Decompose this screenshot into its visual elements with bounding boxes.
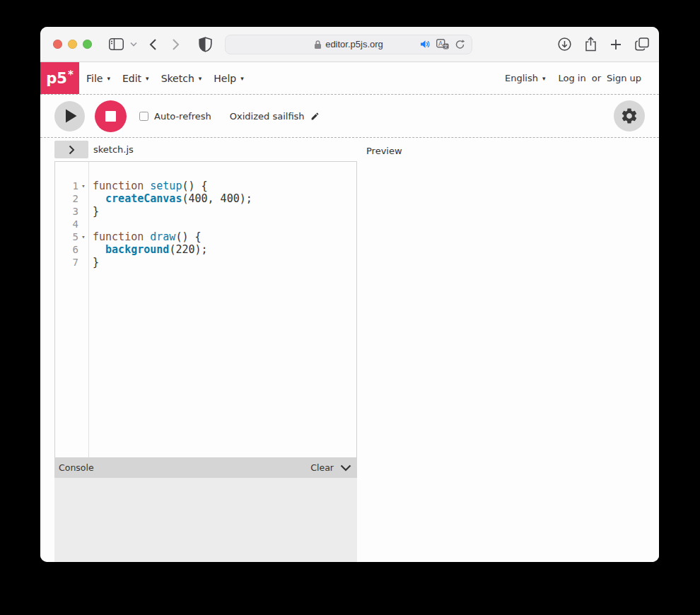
tabs-icon	[635, 37, 649, 51]
desktop-background: editor.p5js.org A 文	[0, 0, 700, 615]
login-link[interactable]: Log in	[559, 73, 586, 83]
play-icon	[65, 109, 77, 123]
stop-button[interactable]	[95, 100, 127, 132]
language-label: English	[505, 73, 538, 83]
downloads-button[interactable]	[558, 37, 571, 51]
sidebar-icon	[109, 38, 124, 50]
line-number: 5	[55, 230, 78, 243]
fold-arrow-icon[interactable]: ▾	[78, 180, 88, 192]
caret-down-icon: ▾	[542, 75, 546, 82]
menu-help-label: Help	[214, 73, 236, 84]
caret-down-icon: ▾	[146, 75, 149, 82]
preview-panel: Preview	[357, 138, 659, 562]
url-text: editor.p5js.org	[325, 39, 383, 49]
lock-icon	[314, 40, 322, 49]
caret-down-icon: ▾	[107, 75, 110, 82]
address-bar[interactable]: editor.p5js.org A 文	[225, 35, 472, 54]
forward-arrow-icon	[172, 38, 180, 51]
gutter-line[interactable]: 1▾	[55, 180, 88, 192]
reload-icon[interactable]	[455, 39, 465, 50]
sidebar-toggle-button[interactable]	[109, 38, 124, 50]
or-text: or	[592, 73, 601, 83]
minimize-window-button[interactable]	[68, 40, 77, 49]
close-window-button[interactable]	[53, 40, 62, 49]
window-controls	[53, 40, 92, 49]
gutter-line[interactable]: 3	[55, 205, 88, 218]
menu-bar: File ▾ Edit ▾ Sketch ▾ Help ▾	[86, 73, 244, 84]
forward-button[interactable]	[172, 38, 180, 51]
console-clear-button[interactable]: Clear	[310, 462, 334, 473]
chevron-right-icon	[69, 145, 75, 155]
line-number: 1	[55, 180, 78, 192]
play-button[interactable]	[54, 101, 85, 131]
new-tab-button[interactable]	[610, 39, 622, 50]
gutter-line[interactable]: 6	[55, 243, 88, 256]
browser-actions	[558, 37, 649, 52]
pencil-icon	[310, 112, 320, 121]
code-line[interactable]: }	[93, 205, 356, 218]
browser-window: editor.p5js.org A 文	[40, 27, 659, 562]
gutter-line[interactable]: 7	[55, 256, 88, 269]
tab-overview-button[interactable]	[635, 37, 649, 51]
audio-playing-icon[interactable]	[420, 40, 431, 49]
p5-nav-bar: p5* File ▾ Edit ▾ Sketch ▾ Help ▾	[40, 62, 659, 95]
back-button[interactable]	[149, 38, 157, 51]
editor-column: sketch.js 1▾2345▾67 function setup() { c…	[54, 138, 357, 562]
share-button[interactable]	[585, 37, 597, 52]
menu-edit-label: Edit	[122, 73, 141, 84]
privacy-report-button[interactable]	[199, 37, 212, 52]
menu-file-label: File	[86, 73, 103, 84]
code-line[interactable]: createCanvas(400, 400);	[93, 192, 356, 205]
code-line[interactable]: function setup() {	[93, 180, 356, 192]
line-number: 7	[55, 256, 78, 269]
fullscreen-window-button[interactable]	[83, 40, 92, 49]
translate-icon[interactable]: A 文	[436, 39, 449, 49]
share-icon	[585, 37, 597, 52]
console-output	[54, 478, 357, 562]
editor-gutter: 1▾2345▾67	[55, 162, 89, 457]
line-number: 6	[55, 243, 78, 256]
edit-sketch-name-button[interactable]	[310, 112, 320, 121]
code-line[interactable]	[93, 218, 356, 230]
menu-edit[interactable]: Edit ▾	[122, 73, 149, 84]
preview-title: Preview	[366, 146, 402, 156]
back-arrow-icon	[149, 38, 157, 51]
p5-logo[interactable]: p5*	[40, 62, 79, 94]
browser-toolbar: editor.p5js.org A 文	[40, 27, 659, 62]
menu-help[interactable]: Help ▾	[214, 73, 243, 84]
console-title: Console	[59, 462, 94, 473]
svg-text:文: 文	[443, 44, 448, 49]
ide-main-area: sketch.js 1▾2345▾67 function setup() { c…	[40, 138, 659, 562]
chevron-down-icon[interactable]	[130, 42, 137, 47]
account-nav: English ▾ Log in or Sign up	[505, 73, 641, 83]
menu-file[interactable]: File ▾	[86, 73, 110, 84]
language-selector[interactable]: English ▾	[505, 73, 545, 83]
gutter-line[interactable]: 2	[55, 192, 88, 205]
menu-sketch[interactable]: Sketch ▾	[161, 73, 202, 84]
code-line[interactable]: }	[93, 256, 356, 269]
fold-arrow-icon[interactable]: ▾	[78, 230, 88, 243]
p5-logo-text: p5	[46, 70, 67, 87]
auto-refresh-checkbox[interactable]	[139, 112, 148, 121]
code-editor: 1▾2345▾67 function setup() { createCanva…	[54, 161, 357, 457]
chevron-down-icon	[340, 464, 351, 472]
stop-icon	[105, 111, 116, 122]
gutter-line[interactable]: 4	[55, 218, 88, 230]
line-number: 3	[55, 205, 78, 218]
signup-link[interactable]: Sign up	[607, 73, 641, 83]
expand-sidebar-button[interactable]	[54, 141, 88, 158]
console-collapse-button[interactable]	[340, 464, 351, 472]
code-area[interactable]: function setup() { createCanvas(400, 400…	[89, 162, 356, 457]
gutter-line[interactable]: 5▾	[55, 230, 88, 243]
code-line[interactable]: background(220);	[93, 243, 356, 256]
console-header: Console Clear	[54, 457, 357, 478]
auto-refresh-label: Auto-refresh	[154, 111, 211, 122]
shield-icon	[199, 37, 212, 52]
settings-button[interactable]	[614, 100, 645, 131]
sketch-toolbar: Auto-refresh Oxidized sailfish	[40, 95, 659, 138]
menu-sketch-label: Sketch	[161, 73, 194, 84]
code-line[interactable]: function draw() {	[93, 230, 356, 243]
file-tab-sketch[interactable]: sketch.js	[93, 144, 134, 155]
caret-down-icon: ▾	[240, 75, 244, 82]
sketch-name: Oxidized sailfish	[230, 111, 305, 122]
